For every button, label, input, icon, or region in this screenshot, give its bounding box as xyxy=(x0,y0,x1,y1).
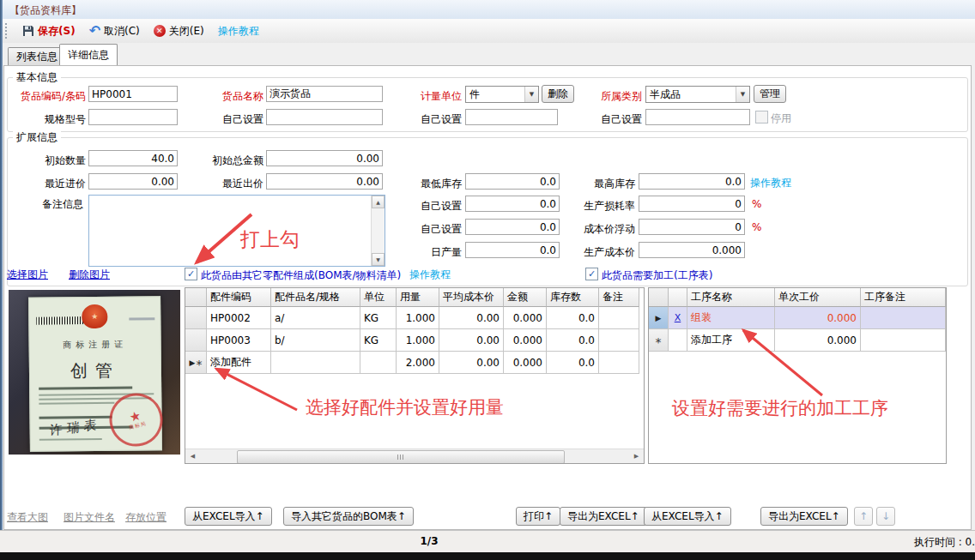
prod-cost-input[interactable] xyxy=(639,242,745,258)
float-percent-sign: % xyxy=(752,221,761,233)
close-label: 关闭(E) xyxy=(169,24,204,39)
select-image-link[interactable]: 选择图片 xyxy=(7,268,48,282)
save-label: 保存(S) xyxy=(38,24,76,39)
row-selector[interactable] xyxy=(185,307,207,329)
unit-label: 计量单位 xyxy=(410,89,462,104)
custom-stock-label-1: 自己设置 xyxy=(410,199,462,214)
remark-label: 备注信息 xyxy=(36,197,83,212)
add-process-cell[interactable]: 添加工序 xyxy=(687,329,775,352)
move-up-button[interactable]: ↑ xyxy=(854,507,873,526)
bom-row-1[interactable]: HP0002 a/ KG 1.000 0.00 0.000 0.0 xyxy=(185,307,639,329)
certificate-brand: 创管 xyxy=(30,358,160,383)
scroll-right-icon[interactable]: ▶ xyxy=(629,449,644,463)
disable-checkbox[interactable] xyxy=(755,111,768,123)
spec-label: 规格型号 xyxy=(5,112,86,127)
scroll-thumb[interactable] xyxy=(237,450,565,464)
recent-buy-input[interactable] xyxy=(88,173,178,190)
bom-import-other-button[interactable]: 导入其它货品的BOM表↑ xyxy=(283,507,414,526)
process-new-row[interactable]: * 添加工序 0.000 xyxy=(649,329,946,352)
certificate-number-line xyxy=(129,317,154,320)
save-button[interactable]: 保存(S) xyxy=(15,21,82,41)
new-row-selector[interactable]: * xyxy=(649,329,669,352)
custom-input-3[interactable] xyxy=(645,109,750,125)
process-checkbox-label: 此货品需要加工(工序表) xyxy=(602,268,712,283)
prod-cost-label: 生产成本价 xyxy=(572,245,635,260)
chevron-down-icon: ▼ xyxy=(736,87,749,102)
custom-stock-input-1[interactable] xyxy=(465,196,560,212)
memo-scrollbar[interactable]: ▲ ▼ xyxy=(371,196,385,266)
delete-row-link[interactable]: X xyxy=(669,307,687,329)
process-row-1-selected[interactable]: ▶ X 组装 0.000 xyxy=(649,307,946,329)
national-emblem-icon: ★ xyxy=(82,304,107,328)
goods-name-input[interactable] xyxy=(266,86,383,102)
barcode-icon xyxy=(36,316,86,325)
scroll-left-icon[interactable]: ◀ xyxy=(185,449,200,463)
add-component-cell[interactable]: 添加配件 xyxy=(207,352,271,374)
unit-combobox[interactable]: 件 ▼ xyxy=(465,86,539,103)
scroll-up-icon[interactable]: ▲ xyxy=(372,196,385,208)
bom-checkbox-label: 此货品由其它零配件组成(BOM表/物料清单) xyxy=(201,268,401,283)
bom-checkbox[interactable] xyxy=(185,268,197,280)
close-button[interactable]: ✕ 关闭(E) xyxy=(147,21,211,41)
bom-export-excel-button[interactable]: 导出为EXCEL↑ xyxy=(560,507,647,526)
bom-row-2[interactable]: HP0003 b/ KG 1.000 0.00 0.000 0.0 xyxy=(185,329,639,352)
status-bar: 1/3 执行时间 : 0. xyxy=(0,530,975,553)
loss-rate-input[interactable] xyxy=(639,196,745,212)
custom-input-2[interactable] xyxy=(465,109,558,125)
view-large-link[interactable]: 查看大图 xyxy=(7,510,48,525)
row-selector[interactable] xyxy=(185,329,207,352)
cancel-button[interactable]: ↶ 取消(C) xyxy=(82,21,147,41)
cost-float-input[interactable] xyxy=(639,219,745,235)
bom-header-row: 配件编码 配件品名/规格 单位 用量 平均成本价 金额 库存数 备注 xyxy=(185,288,639,307)
goods-code-input[interactable] xyxy=(88,86,178,102)
process-checkbox[interactable] xyxy=(585,268,598,280)
process-export-excel-button[interactable]: 导出为EXCEL↑ xyxy=(760,507,848,526)
remark-textarea[interactable]: ▲ ▼ xyxy=(88,195,385,267)
delete-image-link[interactable]: 删除图片 xyxy=(69,268,110,282)
custom-stock-input-2[interactable] xyxy=(465,219,560,235)
custom-label-3: 自己设置 xyxy=(590,112,642,127)
goods-photo[interactable]: ★ 商标注册证 创管 ★ 商标局 许瑞表 xyxy=(9,290,180,455)
row-selector-current[interactable]: ▶* xyxy=(185,352,207,374)
bom-new-row[interactable]: ▶* 添加配件 2.000 0.00 0.000 0.0 xyxy=(185,352,639,374)
basic-group-title: 基本信息 xyxy=(13,70,61,85)
bom-table-panel: 配件编码 配件品名/规格 单位 用量 平均成本价 金额 库存数 备注 HP000… xyxy=(185,287,645,464)
certificate-title: 商标注册证 xyxy=(30,338,160,352)
storage-location-link[interactable]: 存放位置 xyxy=(125,510,167,525)
min-stock-label: 最低库存 xyxy=(410,177,462,191)
extended-group-title: 扩展信息 xyxy=(13,130,61,145)
window-title: 【货品资料库】 xyxy=(9,3,82,18)
bom-hscrollbar[interactable]: ◀ ▶ xyxy=(185,449,644,463)
move-down-button[interactable]: ↓ xyxy=(876,507,895,526)
tab-list-info[interactable]: 列表信息 xyxy=(8,47,66,65)
init-qty-input[interactable] xyxy=(88,150,178,166)
process-import-excel-button[interactable]: 从EXCEL导入↑ xyxy=(644,507,731,526)
image-filename-link[interactable]: 图片文件名 xyxy=(64,510,115,525)
custom-label-2: 自己设置 xyxy=(410,112,462,127)
daily-output-input[interactable] xyxy=(465,242,560,258)
init-amount-input[interactable] xyxy=(266,150,383,166)
custom-input-1[interactable] xyxy=(266,109,383,125)
cost-float-label: 成本价浮动 xyxy=(572,222,635,237)
tab-detail-info[interactable]: 详细信息 xyxy=(59,44,118,65)
spec-input[interactable] xyxy=(88,109,178,125)
bom-tutorial-link[interactable]: 操作教程 xyxy=(409,268,451,282)
bom-import-excel-button[interactable]: 从EXCEL导入↑ xyxy=(185,507,272,526)
category-manage-button[interactable]: 管理 xyxy=(754,85,786,103)
goods-database-window: 【货品资料库】 保存(S) ↶ 取消(C) ✕ 关闭(E) 操作教程 列表信息 … xyxy=(0,0,975,560)
extended-tutorial-link[interactable]: 操作教程 xyxy=(750,176,791,190)
min-stock-input[interactable] xyxy=(465,173,560,190)
row-selector-current[interactable]: ▶ xyxy=(649,307,669,329)
process-table-panel: 工序名称 单次工价 工序备注 ▶ X 组装 0.000 * 添加工序 0.000 xyxy=(648,287,947,464)
current-row-icon: ▶ xyxy=(190,358,196,367)
category-combobox[interactable]: 半成品 ▼ xyxy=(645,86,750,103)
recent-sell-input[interactable] xyxy=(266,173,383,190)
loss-percent-sign: % xyxy=(752,198,761,210)
scroll-down-icon[interactable]: ▼ xyxy=(372,253,385,266)
print-button[interactable]: 打印↑ xyxy=(516,507,560,526)
unit-delete-button[interactable]: 删除 xyxy=(542,85,574,103)
toolbar-tutorial-link[interactable]: 操作教程 xyxy=(211,21,266,41)
window-left-border xyxy=(0,0,3,560)
max-stock-input[interactable] xyxy=(639,173,745,190)
signature: 许瑞表 xyxy=(50,416,101,439)
